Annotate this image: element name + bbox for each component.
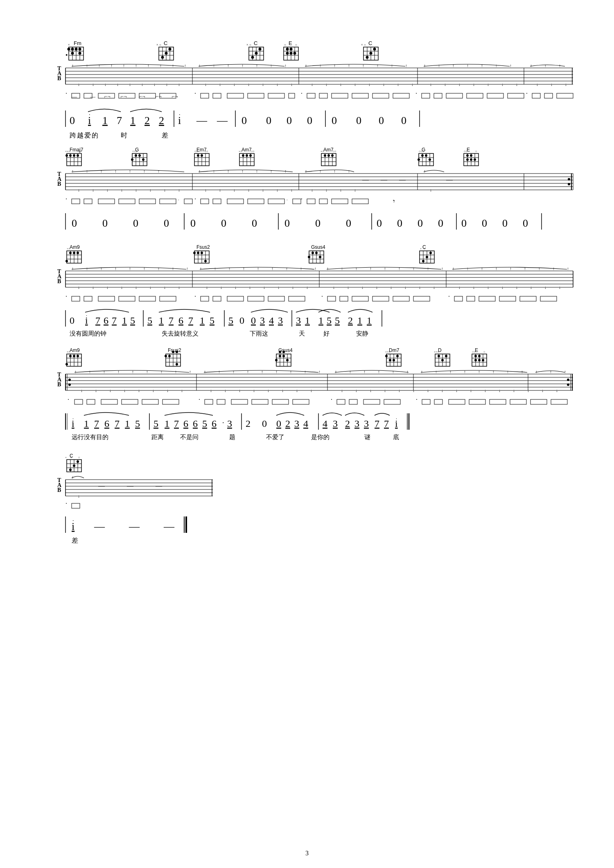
svg-rect-546: [213, 296, 221, 301]
svg-rect-171: [319, 93, 327, 98]
svg-text:↑: ↑: [452, 266, 454, 271]
svg-text:·: ·: [86, 313, 87, 318]
svg-text:↑: ↑: [72, 266, 74, 271]
svg-text:↓: ↓: [527, 388, 529, 393]
svg-text:↑: ↑: [199, 63, 201, 68]
svg-text:↓: ↓: [427, 388, 429, 393]
svg-text:↑: ↑: [305, 169, 307, 174]
svg-text:↑: ↑: [200, 266, 202, 271]
svg-rect-563: [520, 296, 536, 301]
svg-text:↑: ↑: [160, 63, 162, 68]
svg-text:↓: ↓: [310, 388, 312, 393]
svg-text:↑: ↑: [550, 370, 552, 374]
svg-point-439: [312, 252, 314, 254]
music-score-page: Fm ● × C: [0, 0, 614, 868]
svg-rect-538: [72, 296, 80, 301]
svg-text:差: 差: [162, 132, 168, 139]
svg-point-429: [197, 252, 199, 254]
svg-point-48: [290, 52, 293, 55]
svg-text:↑: ↑: [449, 370, 451, 374]
svg-rect-788: [434, 399, 442, 404]
svg-text:↓: ↓: [235, 285, 237, 290]
svg-rect-179: [446, 93, 463, 98]
svg-text:↑: ↑: [158, 169, 160, 174]
svg-text:7: 7: [384, 418, 389, 429]
svg-text:C: C: [368, 40, 372, 46]
svg-point-691: [68, 383, 71, 386]
svg-text:3: 3: [354, 418, 359, 429]
svg-rect-383: [352, 199, 368, 204]
svg-text:↓: ↓: [248, 82, 250, 87]
svg-text:↑: ↑: [271, 266, 273, 271]
svg-text:↑: ↑: [335, 370, 337, 374]
svg-point-442: [319, 256, 321, 258]
svg-text:0: 0: [262, 418, 267, 429]
svg-text:·: ·: [72, 416, 74, 422]
svg-text:↓: ↓: [282, 388, 284, 393]
svg-text:↓: ↓: [149, 188, 151, 192]
svg-rect-771: [122, 399, 138, 404]
svg-rect-793: [530, 399, 547, 404]
svg-text:↑: ↑: [189, 370, 191, 374]
svg-rect-164: [213, 93, 221, 98]
svg-text:↑: ↑: [538, 266, 540, 271]
svg-text:0: 0: [307, 115, 312, 126]
svg-text:↓: ↓: [306, 285, 308, 290]
svg-text:×: ×: [68, 43, 70, 47]
svg-text:B: B: [57, 487, 61, 493]
svg-text:—: —: [399, 176, 406, 183]
svg-text:↑: ↑: [421, 370, 423, 374]
svg-point-627: [168, 355, 171, 357]
svg-point-419: [77, 252, 79, 254]
svg-point-237: [138, 154, 141, 157]
svg-rect-375: [248, 199, 264, 204]
svg-point-46: [290, 48, 293, 51]
svg-text:⌐¬: ⌐¬: [172, 93, 178, 99]
svg-text:↑: ↑: [530, 63, 532, 68]
svg-text:↓: ↓: [81, 388, 83, 393]
svg-text:安静: 安静: [356, 330, 368, 337]
svg-text:4: 4: [323, 418, 327, 429]
svg-text:○: ○: [284, 43, 286, 47]
svg-text:1: 1: [84, 418, 89, 429]
svg-text:—: —: [362, 176, 369, 183]
svg-text:↓: ↓: [499, 388, 501, 393]
svg-point-675: [474, 359, 477, 361]
svg-rect-175: [393, 93, 409, 98]
tab-staff-3: T A B ↑ ↑ ↑ ↑ ↑ ↑ ↑ ↑ ↑ ↓ ↓: [57, 266, 573, 290]
svg-text:●: ●: [65, 53, 68, 57]
svg-rect-166: [248, 93, 264, 98]
lyrics-line-4: 远行没有目的 距离 不是问 题 不爱了 是你的 谜 底: [72, 434, 399, 440]
svg-text:↓: ↓: [117, 82, 119, 87]
svg-text:↓: ↓: [233, 188, 235, 192]
chord-diagram-d: ××○: [434, 350, 450, 366]
svg-text:↓: ↓: [138, 388, 140, 393]
svg-text:6: 6: [193, 418, 198, 429]
svg-rect-548: [248, 296, 264, 301]
svg-text:↑: ↑: [510, 63, 512, 68]
svg-text:↑: ↑: [214, 266, 216, 271]
svg-text:—: —: [98, 482, 105, 489]
svg-rect-378: [293, 199, 301, 204]
svg-rect-174: [372, 93, 389, 98]
svg-text:↓: ↓: [104, 82, 106, 87]
svg-text:↑: ↑: [319, 63, 321, 68]
svg-text:0: 0: [346, 217, 351, 229]
svg-text:↓: ↓: [106, 188, 108, 192]
svg-point-619: [176, 351, 178, 353]
svg-text:·: ·: [89, 112, 90, 118]
svg-text:↓: ↓: [262, 82, 264, 87]
svg-text:↓: ↓: [390, 285, 392, 290]
svg-text:2: 2: [144, 115, 150, 126]
svg-text:·: ·: [65, 500, 67, 507]
svg-text:0: 0: [239, 315, 244, 326]
svg-point-225: [73, 154, 75, 157]
svg-point-673: [474, 355, 477, 357]
svg-point-261: [249, 154, 252, 157]
svg-point-417: [69, 252, 72, 254]
svg-point-23: [165, 52, 168, 55]
svg-text:·: ·: [331, 396, 332, 403]
svg-text:↑: ↑: [86, 266, 88, 271]
svg-text:×: ×: [420, 247, 422, 250]
svg-text:↑: ↑: [89, 370, 91, 374]
